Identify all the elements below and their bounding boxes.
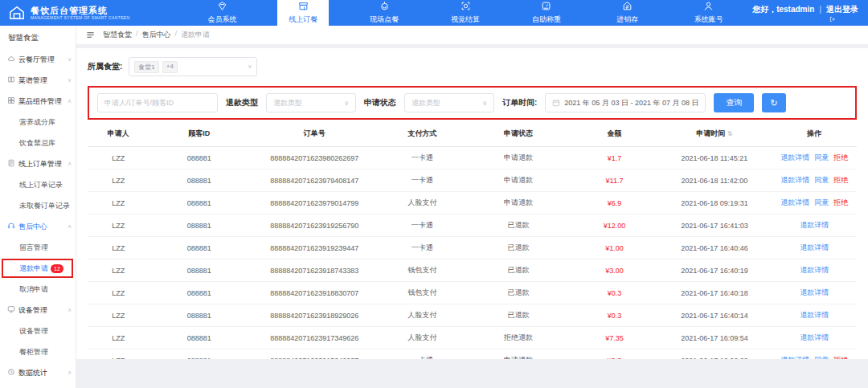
customer-id-cell: 088881 (149, 214, 249, 237)
status-cell: 申请退款 (465, 349, 572, 360)
sort-icon[interactable]: ⇅ (725, 130, 732, 137)
user-area: 您好，testadmin | 退出登录 (749, 0, 868, 26)
calendar-icon (552, 99, 560, 107)
sidebar-item-message-mgmt[interactable]: 留言管理 (0, 237, 76, 258)
online-order-icon (298, 1, 309, 13)
logout-icon[interactable] (829, 15, 858, 22)
reject-link[interactable]: 拒绝 (833, 198, 848, 206)
payment-cell: 一卡通 (380, 237, 465, 259)
table-row: LZZ0888818888842071623917349626人脸支付拒绝退款¥… (88, 327, 857, 349)
search-input[interactable] (97, 93, 218, 112)
nav-item-self-weighing[interactable]: 自助称重 (521, 0, 572, 26)
sidebar-item-cloud-order-stats[interactable]: 云餐厅订单统计 (0, 383, 76, 388)
sidebar-item-refund-request[interactable]: 退款申请12 (0, 258, 76, 279)
filter-bar: 退款类型 退款类型 ∨ 申请状态 退款类型 ∨ 订单时间: 2021 年 05 … (88, 86, 857, 120)
refund-detail-link[interactable]: 退款详情 (800, 266, 829, 274)
refund-detail-link[interactable]: 退款详情 (800, 311, 829, 319)
chevron-down-icon: ∨ (482, 100, 487, 107)
refund-detail-link[interactable]: 退款详情 (780, 176, 809, 184)
chevron-up-icon: ∧ (68, 370, 72, 376)
apply-time-cell: 2021-06-17 16:40:19 (657, 259, 772, 282)
refund-detail-link[interactable]: 退款详情 (800, 333, 829, 341)
column-header: 申请人 (88, 121, 149, 147)
agree-link[interactable]: 同意 (814, 153, 829, 161)
sidebar-group-data-stats[interactable]: 数据统计∧ (0, 362, 76, 383)
table-row: LZZ0888818888842071623979014799人脸支付申请退款¥… (88, 192, 857, 214)
nav-item-onsite-order[interactable]: 现场点餐 (358, 0, 410, 26)
amount-cell: ¥1.00 (572, 237, 657, 259)
customer-id-cell: 088881 (149, 349, 249, 360)
table-row: LZZ0888818888842071623919256790一卡通已退款¥12… (88, 214, 857, 237)
nav-item-label: 系统账号 (694, 14, 723, 25)
nav-item-inventory[interactable]: 进销存 (602, 0, 653, 26)
refund-type-select[interactable]: 退款类型 ∨ (266, 93, 356, 112)
sidebar-item-device-mgmt-sub[interactable]: 设备管理 (0, 321, 76, 341)
nav-item-label: 线上订餐 (289, 14, 317, 25)
sidebar-group-aftersale-center[interactable]: 售后中心∧ (0, 216, 76, 237)
sidebar-group-label: 菜谱管理 (18, 76, 47, 86)
sidebar-item-nutrition-lib[interactable]: 营养成分库 (0, 112, 76, 133)
refund-table: 申请人顾客ID订单号支付方式申请状态金额申请时间 ⇅操作 LZZ08888188… (88, 121, 857, 359)
sidebar-item-online-order-records[interactable]: 线上订单记录 (0, 174, 76, 195)
order-no-cell: 8888842071623917349626 (249, 327, 380, 349)
nav-item-online-order[interactable]: 线上订餐 (277, 0, 329, 26)
search-button[interactable]: 查询 (714, 93, 754, 112)
refund-detail-link[interactable]: 退款详情 (780, 356, 809, 359)
amount-cell: ¥11.7 (572, 169, 657, 192)
nav-item-visual-settlement[interactable]: 视觉结算 (440, 0, 491, 26)
agree-link[interactable]: 同意 (814, 356, 829, 359)
table-row: LZZ0888818888842071623919239447一卡通已退款¥1.… (88, 237, 857, 259)
nav-item-system-account[interactable]: 系统账号 (683, 0, 735, 26)
refund-detail-link[interactable]: 退款详情 (800, 221, 829, 229)
apply-status-placeholder: 退款类型 (411, 98, 440, 108)
breadcrumb-item[interactable]: 智慧食堂 (103, 30, 132, 40)
reject-link[interactable]: 拒绝 (833, 176, 848, 184)
table-body: LZZ0888818888842071623980262697一卡通申请退款¥1… (88, 147, 857, 360)
agree-link[interactable]: 同意 (814, 198, 829, 206)
onsite-order-icon (379, 1, 390, 13)
refund-type-placeholder: 退款类型 (273, 98, 302, 108)
applicant-cell: LZZ (88, 169, 149, 192)
chevron-up-icon: ∧ (68, 307, 72, 313)
column-header: 申请状态 (465, 121, 572, 147)
canteen-select[interactable]: 食堂1+4 ∨ (129, 57, 257, 76)
applicant-cell: LZZ (88, 304, 149, 327)
sidebar-group-cloud-restaurant[interactable]: 云餐厅管理∨ (0, 49, 76, 70)
sidebar-group-online-order-mgmt[interactable]: 线上订单管理∧ (0, 153, 76, 174)
collapse-menu-icon[interactable] (86, 31, 95, 39)
amount-cell: ¥7.35 (572, 327, 657, 349)
sidebar-item-diet-taboo-lib[interactable]: 饮食禁忌库 (0, 133, 76, 153)
sidebar-group-device-mgmt[interactable]: 设备管理∧ (0, 300, 76, 321)
sidebar-group-dish-component[interactable]: 菜品组件管理∧ (0, 91, 76, 112)
sidebar-group-menu-mgmt[interactable]: 菜谱管理∨ (0, 70, 76, 91)
refund-detail-link[interactable]: 退款详情 (780, 153, 809, 161)
order-no-cell: 8888842071623918830707 (249, 282, 380, 304)
payment-cell: 钱包支付 (380, 282, 465, 304)
apply-status-select[interactable]: 退款类型 ∨ (404, 93, 494, 112)
payment-cell: 人脸支付 (380, 192, 465, 214)
reject-link[interactable]: 拒绝 (833, 153, 848, 161)
breadcrumb-separator: / (136, 30, 138, 40)
reject-link[interactable]: 拒绝 (833, 356, 848, 359)
nav-item-member-system[interactable]: 会员系统 (196, 0, 248, 26)
sidebar-item-cabinet-mgmt[interactable]: 餐柜管理 (0, 341, 76, 362)
payment-cell: 一卡通 (380, 147, 465, 169)
sidebar-item-cancel-request[interactable]: 取消申请 (0, 279, 76, 300)
self-weigh-icon (541, 1, 551, 13)
agree-link[interactable]: 同意 (814, 176, 829, 184)
logout-button[interactable]: 退出登录 (826, 4, 858, 15)
order-icon (7, 159, 15, 169)
refund-detail-link[interactable]: 退款详情 (800, 288, 829, 296)
refund-detail-link[interactable]: 退款详情 (780, 198, 809, 206)
menu-icon (7, 76, 15, 85)
date-range-picker[interactable]: 2021 年 05 月 03 日 - 2021 年 07 月 08 日 (545, 93, 706, 112)
sidebar: 智慧食堂 云餐厅管理∨菜谱管理∨菜品组件管理∧营养成分库饮食禁忌库线上订单管理∧… (0, 26, 76, 388)
breadcrumb-item[interactable]: 售后中心 (142, 30, 171, 40)
sidebar-item-uncollected-order-records[interactable]: 未取餐订单记录 (0, 195, 76, 216)
refund-detail-link[interactable]: 退款详情 (800, 243, 829, 251)
payment-cell: 人脸支付 (380, 304, 465, 327)
refresh-button[interactable]: ↻ (762, 93, 785, 112)
customer-id-cell: 088881 (149, 169, 249, 192)
customer-id-cell: 088881 (149, 304, 249, 327)
sidebar-item-label: 未取餐订单记录 (19, 201, 70, 211)
